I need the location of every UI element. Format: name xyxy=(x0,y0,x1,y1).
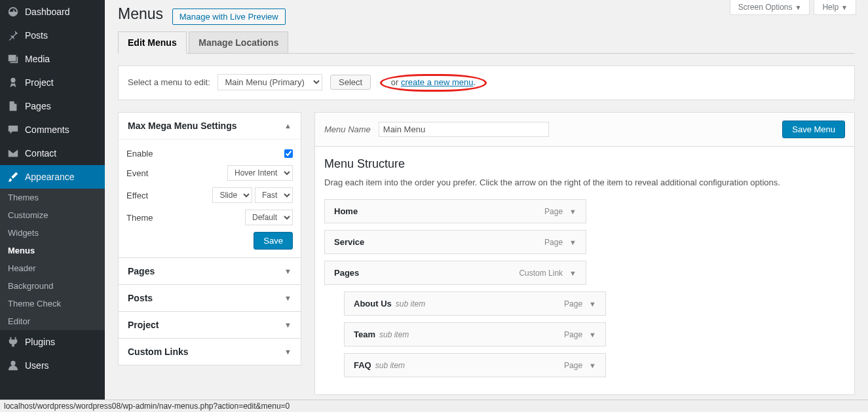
accordion-custom-links[interactable]: Custom Links▼ xyxy=(118,339,301,365)
select-menu-label: Select a menu to edit: xyxy=(128,77,210,87)
menu-select-dropdown[interactable]: Main Menu (Primary) xyxy=(217,74,322,90)
sub-item-label: sub item xyxy=(375,361,405,370)
expand-item-icon[interactable]: ▼ xyxy=(569,238,576,246)
page-title: Menus xyxy=(118,5,163,23)
appearance-submenu: Themes Customize Widgets Menus Header Ba… xyxy=(0,189,105,330)
menu-structure-desc: Drag each item into the order you prefer… xyxy=(324,178,845,187)
or-text: or xyxy=(391,77,401,87)
sidebar-item-media[interactable]: Media xyxy=(0,47,105,71)
acc-title: Posts xyxy=(128,293,153,303)
speed-select[interactable]: Fast xyxy=(255,187,293,203)
sidebar-item-comments[interactable]: Comments xyxy=(0,118,105,141)
expand-item-icon[interactable]: ▼ xyxy=(589,331,596,339)
expand-item-icon[interactable]: ▼ xyxy=(569,208,576,215)
submenu-item-header[interactable]: Header xyxy=(0,259,105,277)
sidebar-item-pages[interactable]: Pages xyxy=(0,94,105,118)
user-icon xyxy=(7,359,20,372)
tab-edit-menus[interactable]: Edit Menus xyxy=(118,31,187,54)
menu-select-panel: Select a menu to edit: Main Menu (Primar… xyxy=(118,66,855,100)
menu-name-label: Menu Name xyxy=(324,124,371,134)
event-label: Event xyxy=(126,168,148,178)
menu-item[interactable]: Home Page ▼ xyxy=(324,199,586,223)
expand-item-icon[interactable]: ▼ xyxy=(569,269,576,277)
effect-select[interactable]: Slide xyxy=(212,187,252,203)
item-type: Page xyxy=(544,238,563,247)
period: . xyxy=(474,77,476,87)
media-icon xyxy=(7,52,20,66)
brush-icon xyxy=(7,170,20,183)
sidebar-label: Comments xyxy=(25,124,69,135)
item-type: Page xyxy=(564,299,582,309)
tab-manage-locations[interactable]: Manage Locations xyxy=(189,31,288,53)
theme-label: Theme xyxy=(126,213,153,223)
submenu-item-background[interactable]: Background xyxy=(0,277,105,295)
menu-edit-column: Menu Name Save Menu Menu Structure Drag … xyxy=(314,112,855,395)
expand-icon: ▼ xyxy=(284,348,292,356)
expand-item-icon[interactable]: ▼ xyxy=(589,362,596,369)
menu-edit-panel: Menu Name Save Menu Menu Structure Drag … xyxy=(314,112,855,395)
sidebar-label: Appearance xyxy=(25,172,75,182)
help-button[interactable]: Help▼ xyxy=(814,0,856,15)
expand-icon: ▼ xyxy=(284,267,292,275)
admin-sidebar: Dashboard Posts Media Project Pages Comm… xyxy=(0,0,105,412)
accordion-posts[interactable]: Posts▼ xyxy=(118,285,301,312)
accordion-pages[interactable]: Pages▼ xyxy=(118,258,301,285)
sidebar-label: Dashboard xyxy=(25,7,70,17)
item-title: Home xyxy=(334,206,358,216)
submenu-item-menus[interactable]: Menus xyxy=(0,242,105,259)
accordion-project[interactable]: Project▼ xyxy=(118,312,301,339)
sidebar-item-dashboard[interactable]: Dashboard xyxy=(0,0,105,24)
screen-options-button[interactable]: Screen Options▼ xyxy=(730,0,810,15)
expand-icon: ▼ xyxy=(284,294,292,302)
expand-icon: ▼ xyxy=(284,321,292,329)
menu-item[interactable]: About Us sub item Page ▼ xyxy=(344,291,606,316)
item-title: Pages xyxy=(334,268,359,278)
menu-structure-title: Menu Structure xyxy=(324,157,845,171)
screen-options-label: Screen Options xyxy=(738,3,793,12)
manage-live-preview-button[interactable]: Manage with Live Preview xyxy=(172,9,286,25)
sidebar-label: Media xyxy=(25,54,50,64)
submenu-item-themes[interactable]: Themes xyxy=(0,189,105,206)
create-new-menu-link[interactable]: create a new menu xyxy=(401,77,474,87)
mega-menu-settings-header[interactable]: Max Mega Menu Settings▲ xyxy=(119,113,301,139)
effect-label: Effect xyxy=(126,191,148,200)
sidebar-item-posts[interactable]: Posts xyxy=(0,24,105,47)
mega-save-button[interactable]: Save xyxy=(254,232,293,250)
menu-settings-column: Max Mega Menu Settings▲ Enable EventHove… xyxy=(118,112,301,365)
menu-item[interactable]: Service Page ▼ xyxy=(324,230,586,254)
expand-item-icon[interactable]: ▼ xyxy=(589,300,596,308)
sidebar-item-contact[interactable]: Contact xyxy=(0,141,105,165)
sidebar-label: Project xyxy=(25,77,54,88)
nav-tabs: Edit Menus Manage Locations xyxy=(118,31,855,54)
caret-down-icon: ▼ xyxy=(795,4,802,11)
menu-item[interactable]: FAQ sub item Page ▼ xyxy=(344,353,606,377)
theme-select[interactable]: Default xyxy=(245,210,293,225)
save-menu-button[interactable]: Save Menu xyxy=(782,121,845,138)
menu-item[interactable]: Pages Custom Link ▼ xyxy=(324,261,586,285)
event-select[interactable]: Hover Intent xyxy=(227,165,293,181)
plugin-icon xyxy=(7,335,20,348)
submenu-item-widgets[interactable]: Widgets xyxy=(0,224,105,242)
box-title: Max Mega Menu Settings xyxy=(128,121,236,131)
submenu-item-editor[interactable]: Editor xyxy=(0,312,105,330)
award-icon xyxy=(7,76,20,89)
item-title: Team xyxy=(354,329,375,339)
item-type: Page xyxy=(564,330,582,339)
sidebar-item-users[interactable]: Users xyxy=(0,354,105,377)
highlight-circle: or create a new menu. xyxy=(380,74,487,92)
enable-checkbox[interactable] xyxy=(284,149,293,158)
submenu-item-customize[interactable]: Customize xyxy=(0,206,105,224)
submenu-item-theme-check[interactable]: Theme Check xyxy=(0,295,105,312)
sidebar-item-project[interactable]: Project xyxy=(0,71,105,94)
mail-icon xyxy=(7,147,20,160)
select-button[interactable]: Select xyxy=(330,75,371,90)
sub-item-label: sub item xyxy=(396,299,425,309)
acc-title: Project xyxy=(128,320,159,330)
menu-item[interactable]: Team sub item Page ▼ xyxy=(344,322,606,346)
acc-title: Pages xyxy=(128,266,155,276)
pin-icon xyxy=(7,29,20,42)
item-type: Custom Link xyxy=(519,269,563,278)
sidebar-item-plugins[interactable]: Plugins xyxy=(0,330,105,354)
menu-name-input[interactable] xyxy=(379,122,549,137)
sidebar-item-appearance[interactable]: Appearance xyxy=(0,165,105,189)
